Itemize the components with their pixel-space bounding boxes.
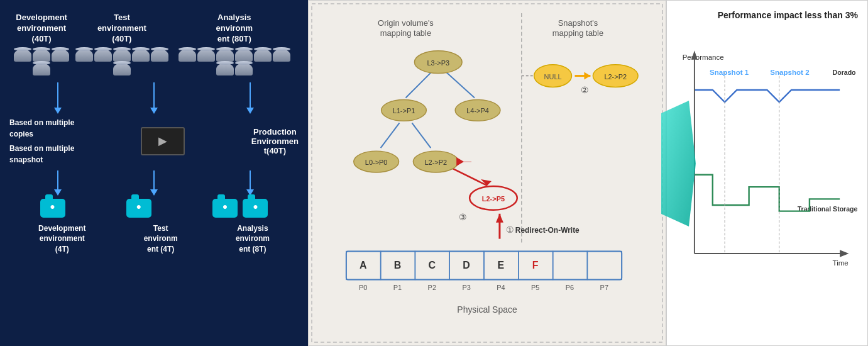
dev-env-top: Development environment (40T)	[9, 13, 74, 76]
dev-env-bottom: Development environment (4T)	[38, 223, 85, 255]
svg-text:D: D	[463, 260, 470, 271]
arrow-tip	[54, 108, 62, 114]
arrow-line	[57, 82, 58, 108]
svg-text:①: ①	[506, 225, 514, 235]
svg-text:Dorado: Dorado	[833, 69, 857, 76]
top-environments: Development environment (40T) Testenviro…	[9, 13, 299, 76]
svg-text:P2: P2	[428, 284, 436, 291]
db-icon	[151, 49, 168, 62]
db-icon	[33, 49, 50, 62]
svg-text:L1->P1: L1->P1	[393, 107, 415, 114]
db-icon	[273, 49, 290, 62]
arrow-line	[153, 82, 155, 108]
arrow-tip	[54, 189, 62, 196]
right-panel: Performance impact less than 3% Performa…	[666, 0, 868, 346]
camera-icon	[212, 199, 238, 218]
camera-icon	[126, 199, 151, 218]
svg-text:L4->P4: L4->P4	[466, 107, 489, 114]
arrow-col-3	[246, 82, 254, 114]
camera-analysis	[211, 199, 269, 220]
arrow-tip	[246, 108, 254, 114]
db-icon	[113, 49, 131, 62]
svg-text:A: A	[360, 260, 367, 271]
bottom-env-labels: Development environment (4T) Test enviro…	[9, 223, 299, 255]
prod-env: Production Environmen t(40T)	[251, 127, 299, 155]
svg-text:E: E	[498, 260, 505, 271]
db-icon	[235, 49, 253, 62]
svg-text:Redirect-On-Write: Redirect-On-Write	[515, 226, 580, 235]
performance-chart: Performance Snapshot 1 Snapshot 2 Dorado…	[676, 23, 858, 314]
svg-rect-0	[309, 1, 666, 345]
svg-text:P5: P5	[531, 284, 539, 291]
svg-text:P0: P0	[359, 284, 367, 291]
svg-text:P7: P7	[600, 284, 608, 291]
svg-text:L0->P0: L0->P0	[365, 159, 388, 166]
svg-text:P1: P1	[393, 284, 402, 291]
camera-icon	[40, 199, 65, 218]
middle-section: Based on multiple copies Based on multip…	[9, 117, 299, 165]
db-icons-test	[74, 48, 170, 76]
diagram-svg: Origin volume's mapping table Snapshot's…	[309, 1, 666, 345]
svg-text:Physical Space: Physical Space	[457, 304, 517, 315]
svg-text:L2->P2: L2->P2	[604, 73, 627, 81]
svg-text:P6: P6	[566, 284, 574, 291]
arrow-line	[250, 170, 251, 189]
svg-text:B: B	[394, 260, 402, 271]
db-icon	[14, 49, 31, 62]
db-icon	[113, 63, 131, 75]
test-env-bottom: Test environm ent (4T)	[144, 223, 178, 255]
svg-text:Origin volume's: Origin volume's	[378, 18, 434, 28]
arrow-col-1	[54, 82, 62, 114]
arrow-col-2	[150, 82, 158, 114]
transition-arrow	[661, 101, 696, 226]
monitor-icon	[141, 127, 185, 155]
arrow-line	[57, 170, 58, 189]
analysis-env-top: Analysisenvironment (80T)	[170, 13, 299, 76]
svg-text:③: ③	[459, 212, 467, 222]
arrow-col-b1	[54, 170, 62, 196]
camera-dev	[39, 199, 67, 220]
arrow-col-b2	[150, 170, 158, 196]
db-icon	[33, 63, 50, 75]
arrow-col-b3	[246, 170, 254, 196]
arrow-tip	[150, 189, 158, 196]
svg-text:②: ②	[581, 85, 589, 95]
svg-text:F: F	[532, 260, 539, 271]
camera-row	[9, 199, 299, 220]
perf-title: Performance impact less than 3%	[676, 10, 858, 20]
svg-marker-72	[840, 250, 849, 257]
svg-text:Time: Time	[833, 259, 849, 267]
svg-text:L2->P5: L2->P5	[482, 195, 505, 203]
svg-text:L3->P3: L3->P3	[427, 59, 449, 67]
db-icon	[216, 63, 234, 75]
svg-text:mapping table: mapping table	[552, 28, 603, 38]
db-icon	[75, 49, 93, 62]
svg-text:P4: P4	[497, 284, 505, 291]
copy-info: Based on multiple copies Based on multip…	[9, 117, 74, 165]
middle-diagram-panel: Origin volume's mapping table Snapshot's…	[308, 0, 666, 346]
db-icon	[179, 49, 196, 62]
svg-text:Performance: Performance	[683, 53, 724, 61]
arrow-line	[250, 82, 251, 108]
db-icon	[235, 63, 253, 75]
test-env-top: Testenvironment(40T)	[74, 13, 170, 76]
svg-text:mapping table: mapping table	[380, 28, 431, 38]
arrow-line	[153, 170, 155, 189]
db-icon	[94, 49, 112, 62]
svg-text:Snapshot 2: Snapshot 2	[770, 69, 809, 76]
db-icons-analysis	[170, 48, 299, 76]
db-icon	[52, 49, 69, 62]
db-icon	[254, 49, 272, 62]
perf-title-area: Performance impact less than 3%	[676, 10, 858, 20]
analysis-env-bottom: Analysis environm ent (8T)	[236, 223, 270, 255]
db-icons-dev	[9, 48, 74, 76]
db-icon	[132, 49, 150, 62]
camera-test	[125, 199, 153, 220]
svg-text:P3: P3	[462, 284, 470, 291]
svg-text:NULL: NULL	[544, 73, 562, 81]
svg-text:L2->P2: L2->P2	[424, 159, 447, 166]
svg-text:Snapshot's: Snapshot's	[558, 18, 598, 28]
db-icon	[216, 49, 234, 62]
db-icon	[197, 49, 215, 62]
svg-text:Snapshot 1: Snapshot 1	[710, 69, 749, 76]
